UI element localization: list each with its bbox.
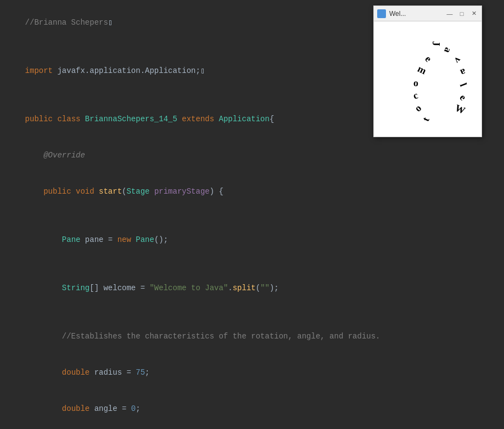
welcome-letter-8: l <box>457 81 469 88</box>
code-line-6: @Override <box>7 137 497 173</box>
welcome-letter-7: e <box>457 92 469 103</box>
comment: //Brianna Schepers <box>25 18 108 27</box>
welcome-letter-9: c <box>412 89 420 101</box>
popup-title: Wel... <box>389 10 442 18</box>
maximize-button[interactable]: □ <box>457 9 466 18</box>
welcome-letter-5: o <box>412 103 424 114</box>
close-button[interactable]: ✕ <box>469 9 478 18</box>
code-line-7: public void start(Stage primaryStage) { <box>7 173 497 210</box>
popup-app-icon <box>377 9 386 18</box>
code-line-11: String[] welcome = "Welcome to Java".spl… <box>7 270 497 306</box>
welcome-letter-3: a <box>459 66 468 78</box>
popup-window: Wel... — □ ✕ JavatoWelcome <box>373 5 482 137</box>
code-line-9: Pane pane = new Pane(); <box>7 222 497 258</box>
popup-titlebar: Wel... — □ ✕ <box>374 6 481 21</box>
welcome-letter-4: t <box>420 115 432 123</box>
code-line-13: //Establishes the characteristics of the… <box>7 318 497 354</box>
welcome-letter-6: W <box>453 102 467 116</box>
popup-canvas: JavatoWelcome <box>374 21 481 137</box>
welcome-letter-11: m <box>416 63 428 77</box>
welcome-letter-1: a <box>441 46 454 54</box>
minimize-button[interactable]: — <box>445 9 454 18</box>
welcome-letter-0: J <box>430 41 441 46</box>
welcome-letter-12: e <box>422 54 434 65</box>
code-line-14: double radius = 75; <box>7 354 497 391</box>
code-line-12 <box>7 306 497 318</box>
code-line-16: double rotate = 90; <box>7 427 497 429</box>
welcome-letter-10: o <box>413 77 418 89</box>
welcome-letter-2: v <box>452 54 463 66</box>
code-line-10 <box>7 258 497 270</box>
code-line-15: double angle = 0; <box>7 391 497 427</box>
code-line-8 <box>7 210 497 222</box>
